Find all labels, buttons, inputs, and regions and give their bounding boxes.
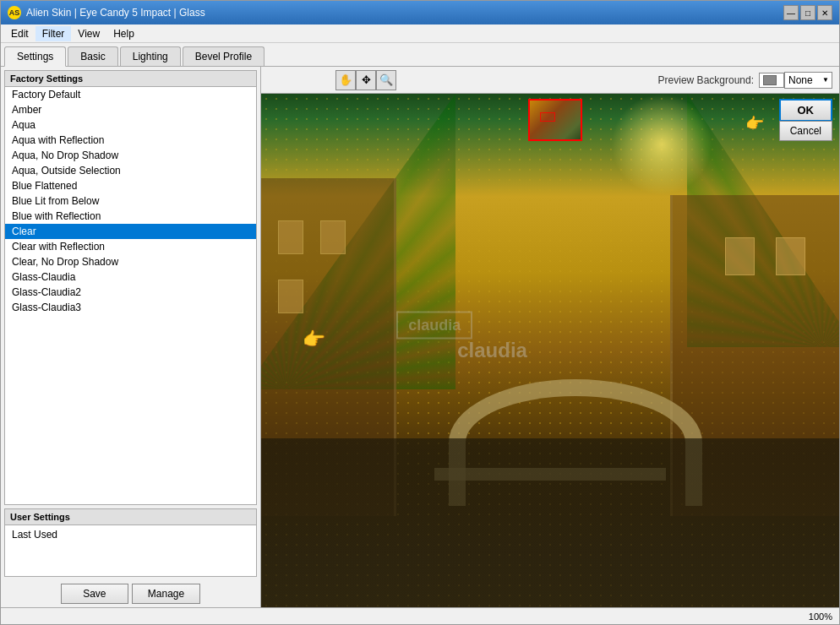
bg-color-box [763, 75, 777, 85]
window-title: Alien Skin | Eye Candy 5 Impact | Glass [26, 7, 205, 19]
preset-item[interactable]: Aqua with Reflection [5, 133, 256, 148]
title-bar-left: AS Alien Skin | Eye Candy 5 Impact | Gla… [8, 6, 205, 19]
factory-settings-section: Factory Settings Factory DefaultAmberAqu… [4, 70, 257, 505]
thumbnail-image [530, 101, 581, 139]
hand-icon: ✋ [339, 73, 352, 86]
tab-bevel-profile[interactable]: Bevel Profile [183, 46, 265, 66]
move-icon: ✥ [362, 73, 371, 86]
preview-area[interactable]: claudia claudia 👈 [261, 94, 839, 607]
window-right-2 [725, 237, 755, 275]
menu-help[interactable]: Help [106, 26, 141, 41]
minimize-button[interactable]: — [783, 5, 799, 20]
preview-scene: claudia claudia 👈 [261, 94, 839, 607]
content-area: Factory Settings Factory DefaultAmberAqu… [1, 67, 839, 607]
preset-list[interactable]: Factory DefaultAmberAquaAqua with Reflec… [5, 87, 256, 504]
preset-item[interactable]: Aqua, Outside Selection [5, 163, 256, 178]
preset-item[interactable]: Glass-Claudia2 [5, 285, 256, 300]
preset-item[interactable]: Amber [5, 102, 256, 117]
manage-button[interactable]: Manage [132, 584, 200, 604]
move-tool-button[interactable]: ✥ [356, 70, 376, 90]
window-3 [278, 280, 303, 313]
preset-item[interactable]: Clear, No Drop Shadow [5, 254, 256, 269]
tabs-bar: Settings Basic Lighting Bevel Profile [1, 43, 839, 67]
menu-filter[interactable]: Filter [35, 26, 72, 41]
ok-button[interactable]: OK [779, 99, 833, 122]
watermark-logo: claudia [396, 311, 472, 339]
preset-item[interactable]: Clear [5, 224, 256, 239]
save-button[interactable]: Save [61, 584, 128, 604]
preview-bg-label: Preview Background: [658, 74, 754, 86]
main-window: AS Alien Skin | Eye Candy 5 Impact | Gla… [0, 0, 840, 625]
tab-settings[interactable]: Settings [4, 46, 66, 67]
toolbar-content: ✋ ✥ 🔍 Preview Background: None [268, 70, 832, 90]
maximize-button[interactable]: □ [800, 5, 815, 20]
menu-bar: Edit Filter View Help [1, 24, 839, 43]
app-icon: AS [8, 6, 21, 19]
preview-bg-select[interactable]: None White Black Gray [784, 72, 832, 89]
window-right-1 [776, 237, 805, 275]
preset-item[interactable]: Blue Lit from Below [5, 193, 256, 209]
preset-item[interactable]: Blue with Reflection [5, 209, 256, 224]
window-2 [320, 220, 346, 254]
close-button[interactable]: ✕ [817, 5, 832, 20]
menu-edit[interactable]: Edit [4, 26, 35, 41]
preset-item[interactable]: Glass-Claudia [5, 269, 256, 285]
preview-bg-color-swatch [759, 73, 784, 88]
preview-bg-select-wrapper[interactable]: None White Black Gray [784, 72, 832, 89]
right-toolbar: ✋ ✥ 🔍 Preview Background: None [261, 67, 839, 94]
window-1 [278, 220, 303, 254]
preset-item[interactable]: Aqua, No Drop Shadow [5, 148, 256, 163]
window-controls: — □ ✕ [783, 5, 832, 20]
tab-basic[interactable]: Basic [68, 46, 117, 66]
tab-lighting[interactable]: Lighting [120, 46, 181, 66]
user-settings-section: User Settings Last Used [4, 508, 257, 577]
menu-view[interactable]: View [71, 26, 106, 41]
user-list: Last Used [5, 525, 256, 576]
preset-item[interactable]: Clear with Reflection [5, 239, 256, 254]
zoom-tool-button[interactable]: 🔍 [376, 70, 396, 90]
preset-item[interactable]: Glass-Claudia3 [5, 300, 256, 315]
left-panel: Factory Settings Factory DefaultAmberAqu… [1, 67, 261, 607]
title-bar: AS Alien Skin | Eye Candy 5 Impact | Gla… [1, 1, 839, 24]
water-reflection [261, 438, 839, 607]
light-glow [611, 94, 712, 195]
hand-tool-button[interactable]: ✋ [335, 70, 356, 90]
thumbnail-selection [540, 112, 555, 122]
zoom-icon: 🔍 [379, 73, 393, 86]
status-bar: 100% [1, 607, 839, 624]
user-settings-header: User Settings [5, 509, 256, 525]
bottom-buttons: Save Manage [1, 580, 260, 607]
hand-pointer-preset: 👈 [303, 329, 326, 351]
right-panel: ✋ ✥ 🔍 Preview Background: None [261, 67, 839, 607]
preset-item[interactable]: Aqua [5, 117, 256, 133]
hand-pointer-ok: 👈 [746, 114, 765, 133]
preset-item[interactable]: Factory Default [5, 87, 256, 102]
factory-settings-header: Factory Settings [5, 71, 256, 87]
preview-thumbnail[interactable] [528, 99, 582, 141]
cancel-button[interactable]: Cancel [779, 121, 832, 141]
preset-item[interactable]: Blue Flattened [5, 178, 256, 193]
zoom-level: 100% [809, 611, 832, 622]
user-preset-item[interactable]: Last Used [5, 527, 256, 542]
